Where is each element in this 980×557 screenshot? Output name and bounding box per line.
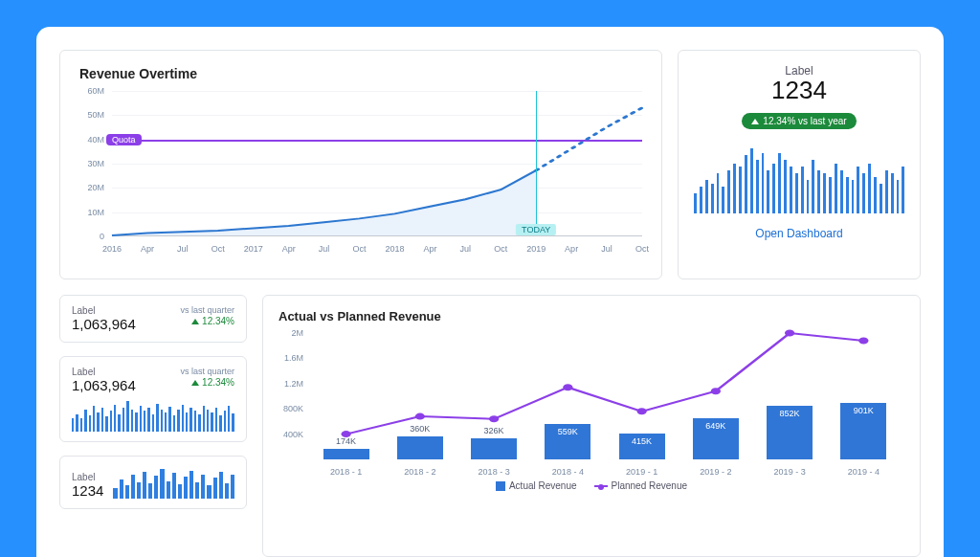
kpi-small-2-label: Label <box>72 367 136 377</box>
svg-point-4 <box>636 408 646 414</box>
kpi-small-3-spark <box>113 466 234 499</box>
svg-point-0 <box>341 431 350 437</box>
actual-vs-planned-card[interactable]: Actual vs Planned Revenue 400K800K1.2M1.… <box>262 295 921 557</box>
trend-up-icon <box>751 119 759 124</box>
svg-point-2 <box>489 415 499 422</box>
kpi-change-badge: 12.34% vs last year <box>742 113 856 129</box>
kpi-small-1-sub: vs last quarter <box>180 305 234 315</box>
legend-actual: Actual Revenue <box>496 480 577 491</box>
kpi-small-1-pct: 12.34% <box>180 316 234 326</box>
svg-point-5 <box>711 388 721 394</box>
kpi-card[interactable]: Label 1234 12.34% vs last year Open Dash… <box>678 50 921 279</box>
kpi-small-3-label: Label <box>72 472 103 482</box>
revenue-overtime-title: Revenue Overtime <box>79 66 642 81</box>
actual-vs-planned-title: Actual vs Planned Revenue <box>278 309 904 323</box>
legend-planned: Planned Revenue <box>594 480 688 491</box>
kpi-small-2-sub: vs last quarter <box>180 367 234 376</box>
kpi-value: 1234 <box>771 76 827 105</box>
revenue-overtime-card[interactable]: Revenue Overtime 010M20M30M40M50M60MQuot… <box>59 50 662 279</box>
dashboard-canvas: Revenue Overtime 010M20M30M40M50M60MQuot… <box>36 27 944 557</box>
kpi-sparkline <box>694 146 904 213</box>
kpi-small-2-spark <box>72 399 234 432</box>
svg-point-3 <box>563 384 572 390</box>
kpi-small-1[interactable]: Label 1,063,964 vs last quarter 12.34% <box>59 295 247 343</box>
svg-point-6 <box>785 330 794 337</box>
kpi-small-2-value: 1,063,964 <box>72 377 136 393</box>
trend-up-icon <box>191 319 199 324</box>
today-badge: TODAY <box>516 224 556 235</box>
kpi-small-column: Label 1,063,964 vs last quarter 12.34% <box>59 295 247 557</box>
kpi-small-2-pct: 12.34% <box>180 377 234 388</box>
kpi-small-1-label: Label <box>72 305 136 316</box>
kpi-change-text: 12.34% vs last year <box>763 116 846 126</box>
kpi-small-3-value: 1234 <box>72 482 103 499</box>
kpi-small-3[interactable]: Label 1234 <box>59 456 247 509</box>
actual-vs-planned-legend: Actual Revenue Planned Revenue <box>278 480 904 491</box>
bottom-row: Label 1,063,964 vs last quarter 12.34% <box>59 295 921 557</box>
actual-vs-planned-chart: 400K800K1.2M1.6M2M174K360K326K559K415K64… <box>278 333 904 477</box>
legend-square-icon <box>496 481 505 491</box>
legend-line-icon <box>594 485 608 487</box>
open-dashboard-link[interactable]: Open Dashboard <box>755 227 842 240</box>
trend-up-icon <box>191 380 199 386</box>
revenue-overtime-chart: 010M20M30M40M50M60MQuotaTODAY2016AprJulO… <box>79 91 642 254</box>
svg-point-1 <box>415 413 425 420</box>
kpi-small-2[interactable]: Label 1,063,964 vs last quarter 12.34% <box>59 356 247 442</box>
kpi-small-1-value: 1,063,964 <box>72 316 136 332</box>
svg-point-7 <box>858 337 868 344</box>
